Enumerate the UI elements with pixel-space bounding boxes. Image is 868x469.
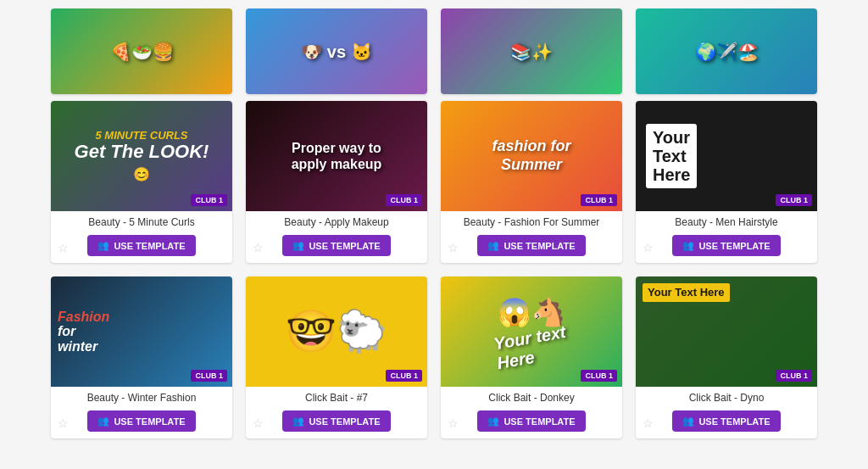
5min-look-text: Get The LOOK! [75, 141, 209, 163]
card-donkey-actions: ☆ 👥 USE TEMPLATE [441, 405, 622, 438]
use-template-fashion-summer[interactable]: 👥 USE TEMPLATE [477, 235, 585, 256]
btn-label-5min: USE TEMPLATE [114, 241, 185, 251]
star-icon-makeup[interactable]: ☆ [253, 241, 264, 254]
card-makeup-actions: ☆ 👥 USE TEMPLATE [246, 230, 427, 263]
star-icon-winter[interactable]: ☆ [58, 416, 69, 430]
use-template-makeup[interactable]: 👥 USE TEMPLATE [282, 235, 390, 256]
card-ebooks: 📚✨ Reviews - Ebooks ☆ 👥 USE TEMPLATE [441, 8, 622, 94]
thumb-winter: Fashionforwinter CLUB 1 [51, 276, 232, 387]
use-template-winter[interactable]: 👥 USE TEMPLATE [87, 410, 195, 432]
card-5min-label: Beauty - 5 Minute Curls [51, 211, 232, 230]
btn-icon-fashion-summer: 👥 [487, 240, 499, 251]
btn-label-fashion-summer: USE TEMPLATE [504, 241, 575, 251]
use-template-dyno[interactable]: 👥 USE TEMPLATE [672, 410, 780, 432]
thumb-tourist: 🌍✈️🏖️ [636, 8, 817, 94]
club-badge-5min: CLUB 1 [191, 194, 227, 206]
card-clickbait7-actions: ☆ 👥 USE TEMPLATE [246, 405, 427, 438]
btn-icon-men-hair: 👥 [682, 240, 694, 251]
star-icon-donkey[interactable]: ☆ [448, 416, 459, 430]
card-winter-label: Beauty - Winter Fashion [51, 387, 232, 405]
row-green-templates: 🍕🥗🍔 Others - Food ☆ 👥 USE TEMPLATE ➔ One… [51, 8, 817, 94]
use-template-men-hair[interactable]: 👥 USE TEMPLATE [672, 235, 780, 256]
star-icon-fashion-summer[interactable]: ☆ [448, 241, 459, 254]
thumb-5min: 5 MINUTE CURLS Get The LOOK! 😊 CLUB 1 [51, 101, 232, 211]
card-tourist: 🌍✈️🏖️ Top Best - Tourist Places ☆ 👥 USE … [636, 8, 817, 94]
btn-label-winter: USE TEMPLATE [114, 416, 185, 427]
thumb-ebooks-text: 📚✨ [504, 35, 559, 69]
thumb-men-hair: YourTextHere CLUB 1 [636, 101, 817, 211]
thumb-dyno: Your Text Here CLUB 1 [636, 276, 817, 387]
club-badge-donkey: CLUB 1 [581, 370, 617, 382]
star-icon-clickbait7[interactable]: ☆ [253, 416, 264, 430]
thumb-clickbait7: 🤓🐑 CLUB 1 [246, 276, 427, 387]
club-badge-makeup: CLUB 1 [386, 194, 422, 206]
card-men-hair: YourTextHere CLUB 1 Beauty - Men Hairsty… [636, 101, 817, 263]
card-clickbait7: 🤓🐑 CLUB 1 Click Bait - #7 ☆ 👥 USE TEMPLA… [246, 276, 427, 438]
thumb-ebooks: 📚✨ [441, 8, 622, 94]
makeup-text: Proper way toapply makeup [292, 140, 382, 172]
dyno-text: Your Text Here [643, 283, 730, 302]
thumb-tourist-text: 🌍✈️🏖️ [688, 35, 765, 69]
club-badge-clickbait7: CLUB 1 [386, 370, 422, 382]
card-5min: 5 MINUTE CURLS Get The LOOK! 😊 CLUB 1 Be… [51, 101, 232, 263]
winter-text: Fashionforwinter [58, 310, 109, 355]
btn-label-clickbait7: USE TEMPLATE [309, 416, 380, 427]
btn-icon-winter: 👥 [97, 416, 109, 427]
use-template-5min[interactable]: 👥 USE TEMPLATE [87, 235, 195, 256]
btn-icon-makeup: 👥 [292, 240, 304, 251]
use-template-clickbait7[interactable]: 👥 USE TEMPLATE [282, 410, 390, 432]
card-makeup: Proper way toapply makeup CLUB 1 Beauty … [246, 101, 427, 263]
thumb-makeup: Proper way toapply makeup CLUB 1 [246, 101, 427, 211]
card-winter: Fashionforwinter CLUB 1 Beauty - Winter … [51, 276, 232, 438]
club-badge-dyno: CLUB 1 [776, 370, 812, 382]
btn-icon-5min: 👥 [97, 240, 109, 251]
btn-icon-clickbait7: 👥 [292, 416, 304, 427]
btn-label-dyno: USE TEMPLATE [698, 416, 770, 427]
thumb-food-text: 🍕🥗🍔 [103, 35, 181, 69]
row-purple-templates-2: Fashionforwinter CLUB 1 Beauty - Winter … [51, 276, 817, 438]
card-donkey: 😱🐴 Your textHere CLUB 1 Click Bait - Don… [441, 276, 622, 438]
thumb-dogcat-text: 🐶 vs 🐱 [294, 35, 378, 69]
card-men-hair-label: Beauty - Men Hairstyle [636, 211, 817, 230]
template-gallery: 🍕🥗🍔 Others - Food ☆ 👥 USE TEMPLATE ➔ One… [0, 0, 868, 461]
donkey-text: Your textHere [492, 322, 571, 373]
men-hair-text: YourTextHere [646, 124, 697, 188]
card-dyno-label: Click Bait - Dyno [636, 387, 817, 405]
star-icon-5min[interactable]: ☆ [58, 241, 69, 254]
5min-emojis: 😊 [133, 166, 150, 182]
star-icon-men-hair[interactable]: ☆ [643, 241, 654, 254]
thumb-food: 🍕🥗🍔 [51, 8, 232, 94]
card-dogcat: 🐶 vs 🐱 Pets - Dog vs Cat ☆ 👥 USE TEMPLAT… [246, 8, 427, 94]
fashion-summer-text: fashion forSummer [492, 137, 571, 174]
btn-icon-donkey: 👥 [487, 416, 499, 427]
clickbait7-emoji: 🤓🐑 [286, 308, 387, 355]
card-fashion-summer-actions: ☆ 👥 USE TEMPLATE [441, 230, 622, 263]
btn-icon-dyno: 👥 [682, 416, 694, 427]
club-badge-men-hair: CLUB 1 [776, 194, 812, 206]
card-winter-actions: ☆ 👥 USE TEMPLATE [51, 405, 232, 438]
club-badge-fashion-summer: CLUB 1 [581, 194, 617, 206]
card-fashion-summer-label: Beauty - Fashion For Summer [441, 211, 622, 230]
btn-label-men-hair: USE TEMPLATE [698, 241, 770, 251]
card-5min-actions: ☆ 👥 USE TEMPLATE ➔ subscription based te… [51, 230, 232, 263]
btn-label-donkey: USE TEMPLATE [504, 416, 575, 427]
card-men-hair-actions: ☆ 👥 USE TEMPLATE [636, 230, 817, 263]
card-food: 🍕🥗🍔 Others - Food ☆ 👥 USE TEMPLATE ➔ One… [51, 8, 232, 94]
card-fashion-summer: fashion forSummer CLUB 1 Beauty - Fashio… [441, 101, 622, 263]
card-makeup-label: Beauty - Apply Makeup [246, 211, 427, 230]
card-dyno-actions: ☆ 👥 USE TEMPLATE [636, 405, 817, 438]
card-clickbait7-label: Click Bait - #7 [246, 387, 427, 405]
card-donkey-label: Click Bait - Donkey [441, 387, 622, 405]
row-purple-templates-1: 5 MINUTE CURLS Get The LOOK! 😊 CLUB 1 Be… [51, 101, 817, 263]
5min-top-text: 5 MINUTE CURLS [95, 130, 187, 141]
card-dyno: Your Text Here CLUB 1 Click Bait - Dyno … [636, 276, 817, 438]
use-template-donkey[interactable]: 👥 USE TEMPLATE [477, 410, 585, 432]
star-icon-dyno[interactable]: ☆ [643, 416, 654, 430]
thumb-fashion-summer: fashion forSummer CLUB 1 [441, 101, 622, 211]
thumb-donkey: 😱🐴 Your textHere CLUB 1 [441, 276, 622, 387]
club-badge-winter: CLUB 1 [191, 370, 227, 382]
btn-label-makeup: USE TEMPLATE [309, 241, 380, 251]
thumb-dogcat: 🐶 vs 🐱 [246, 8, 427, 94]
